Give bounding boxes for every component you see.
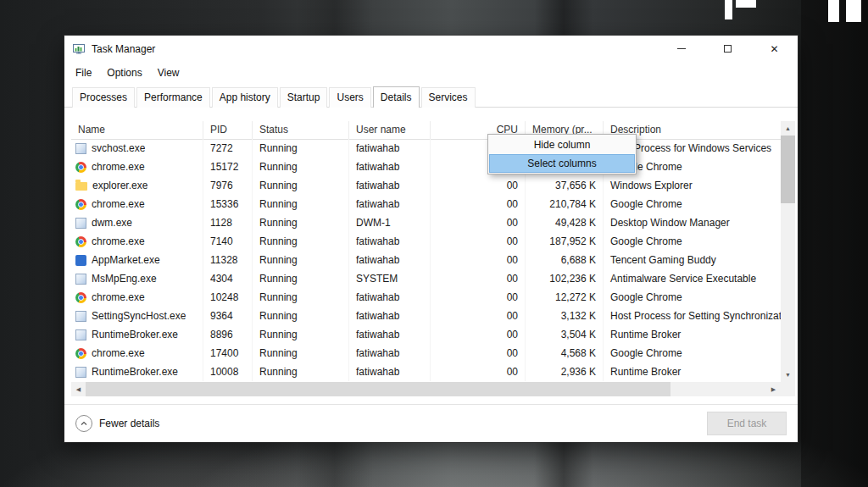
tab-performance[interactable]: Performance bbox=[136, 87, 210, 108]
cell-name: chrome.exe bbox=[71, 195, 203, 213]
minimize-icon bbox=[677, 48, 686, 49]
cell-user: SYSTEM bbox=[349, 269, 431, 288]
chrome-icon bbox=[75, 162, 86, 173]
cell-name: RuntimeBroker.exe bbox=[71, 325, 203, 344]
cell-description: Windows Explorer bbox=[604, 176, 781, 195]
column-header-status[interactable]: Status bbox=[253, 121, 349, 139]
process-name: RuntimeBroker.exe bbox=[92, 362, 178, 381]
column-header-name[interactable]: Name bbox=[71, 121, 203, 139]
tab-details[interactable]: Details bbox=[373, 86, 420, 108]
cell-cpu: 00 bbox=[431, 251, 526, 269]
process-name: chrome.exe bbox=[92, 232, 145, 251]
cell-name: dwm.exe bbox=[71, 213, 203, 232]
cell-pid: 9364 bbox=[203, 307, 253, 325]
table-row[interactable]: chrome.exe10248Runningfatiwahab0012,272 … bbox=[71, 288, 781, 307]
chrome-icon bbox=[75, 292, 86, 303]
tab-strip: ProcessesPerformanceApp historyStartupUs… bbox=[64, 83, 798, 108]
menu-options[interactable]: Options bbox=[99, 64, 149, 82]
process-name: chrome.exe bbox=[92, 195, 145, 213]
cell-status: Running bbox=[253, 195, 349, 213]
task-manager-icon bbox=[72, 42, 86, 56]
end-task-button[interactable]: End task bbox=[707, 412, 787, 435]
wallpaper-marks bbox=[828, 0, 839, 22]
cell-memory: 210,784 K bbox=[526, 195, 604, 213]
tab-startup[interactable]: Startup bbox=[280, 87, 328, 108]
cell-status: Running bbox=[253, 325, 349, 344]
cell-memory: 4,568 K bbox=[526, 344, 604, 362]
chrome-icon bbox=[75, 199, 86, 210]
minimize-button[interactable] bbox=[658, 36, 704, 62]
table-row[interactable]: chrome.exe15172RunningfatiwahabGoogle Ch… bbox=[71, 158, 781, 176]
horizontal-scrollbar[interactable]: ◀ ▶ bbox=[71, 382, 781, 396]
scroll-left-icon[interactable]: ◀ bbox=[71, 382, 86, 396]
table-row[interactable]: chrome.exe15336Runningfatiwahab00210,784… bbox=[71, 195, 781, 213]
cell-pid: 4304 bbox=[203, 269, 253, 288]
cell-pid: 10248 bbox=[203, 288, 253, 307]
cell-description: Tencent Gaming Buddy bbox=[604, 251, 781, 269]
table-row[interactable]: SettingSyncHost.exe9364Runningfatiwahab0… bbox=[71, 307, 781, 325]
tab-users[interactable]: Users bbox=[329, 87, 370, 108]
table-row[interactable]: dwm.exe1128RunningDWM-10049,428 KDesktop… bbox=[71, 213, 781, 232]
wallpaper-marks bbox=[736, 0, 756, 8]
cell-name: MsMpEng.exe bbox=[71, 269, 203, 288]
column-header-user-name[interactable]: User name bbox=[349, 121, 431, 139]
cell-user: fatiwahab bbox=[349, 344, 431, 362]
fewer-details-toggle[interactable]: Fewer details bbox=[75, 415, 159, 432]
maximize-button[interactable] bbox=[704, 36, 751, 62]
menu-file[interactable]: File bbox=[68, 64, 99, 82]
cell-memory: 2,936 K bbox=[526, 362, 604, 381]
close-button[interactable]: ✕ bbox=[751, 36, 798, 62]
tab-processes[interactable]: Processes bbox=[72, 87, 135, 108]
table-row[interactable]: chrome.exe7140Runningfatiwahab00187,952 … bbox=[71, 232, 781, 251]
table-row[interactable]: explorer.exe7976Runningfatiwahab0037,656… bbox=[71, 176, 781, 195]
cell-name: explorer.exe bbox=[71, 176, 203, 195]
cell-user: fatiwahab bbox=[349, 325, 431, 344]
cell-description: Google Chrome bbox=[604, 288, 781, 307]
cell-status: Running bbox=[253, 251, 349, 269]
cell-pid: 15172 bbox=[203, 158, 253, 176]
table-row[interactable]: RuntimeBroker.exe10008Runningfatiwahab00… bbox=[71, 362, 781, 381]
process-name: dwm.exe bbox=[92, 213, 132, 232]
menu-view[interactable]: View bbox=[150, 64, 187, 82]
table-row[interactable]: chrome.exe17400Runningfatiwahab004,568 K… bbox=[71, 344, 781, 362]
vertical-scrollbar-thumb[interactable] bbox=[781, 136, 795, 203]
generic-exe-icon bbox=[75, 329, 86, 340]
tab-services[interactable]: Services bbox=[421, 87, 476, 108]
wallpaper-marks bbox=[725, 0, 732, 19]
cell-pid: 10008 bbox=[203, 362, 253, 381]
window-title: Task Manager bbox=[92, 43, 155, 55]
context-menu-item-hide-column[interactable]: Hide column bbox=[489, 136, 635, 154]
process-name: AppMarket.exe bbox=[92, 251, 160, 269]
column-header-pid[interactable]: PID bbox=[203, 121, 253, 139]
cell-user: fatiwahab bbox=[349, 362, 431, 381]
scroll-down-icon[interactable]: ▼ bbox=[781, 368, 795, 382]
scroll-right-icon[interactable]: ▶ bbox=[766, 382, 781, 396]
task-manager-window: Task Manager ✕ FileOptionsView Processes… bbox=[64, 36, 798, 442]
cell-pid: 15336 bbox=[203, 195, 253, 213]
cell-user: fatiwahab bbox=[349, 176, 431, 195]
table-row[interactable]: MsMpEng.exe4304RunningSYSTEM00102,236 KA… bbox=[71, 269, 781, 288]
scroll-up-icon[interactable]: ▲ bbox=[781, 121, 795, 136]
vertical-scrollbar[interactable]: ▲ ▼ bbox=[781, 121, 795, 382]
cell-memory: 6,688 K bbox=[526, 251, 604, 269]
cell-description: Runtime Broker bbox=[604, 362, 781, 381]
cell-user: fatiwahab bbox=[349, 251, 431, 269]
table-header: NamePIDStatusUser nameCPUMemory (pr...De… bbox=[71, 121, 781, 140]
table-row[interactable]: RuntimeBroker.exe8896Runningfatiwahab003… bbox=[71, 325, 781, 344]
cell-status: Running bbox=[253, 269, 349, 288]
chevron-up-icon bbox=[75, 415, 92, 432]
close-icon: ✕ bbox=[770, 44, 778, 54]
table-row[interactable]: svchost.exe7272RunningfatiwahabHost Proc… bbox=[71, 139, 781, 158]
title-bar[interactable]: Task Manager ✕ bbox=[64, 36, 798, 62]
table-body: svchost.exe7272RunningfatiwahabHost Proc… bbox=[71, 139, 781, 382]
wallpaper-marks bbox=[846, 0, 861, 22]
cell-cpu: 00 bbox=[431, 307, 526, 325]
table-row[interactable]: AppMarket.exe11328Runningfatiwahab006,68… bbox=[71, 251, 781, 269]
cell-status: Running bbox=[253, 176, 349, 195]
tab-app-history[interactable]: App history bbox=[212, 87, 278, 108]
cell-cpu: 00 bbox=[431, 288, 526, 307]
horizontal-scrollbar-thumb[interactable] bbox=[86, 382, 670, 396]
cell-description: Antimalware Service Executable bbox=[604, 269, 781, 288]
cell-description: Google Chrome bbox=[604, 195, 781, 213]
context-menu-item-select-columns[interactable]: Select columns bbox=[489, 154, 635, 173]
